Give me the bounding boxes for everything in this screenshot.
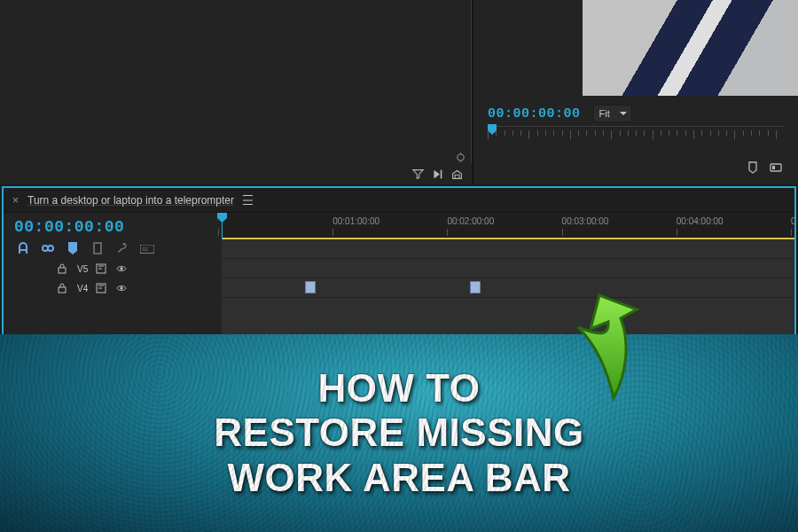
program-monitor-controls: 00:00:00:00 Fit [473,99,798,122]
timeline-panel: × Turn a desktop or laptop into a telepr… [2,186,796,338]
timeline-lane-stack [222,239,794,336]
source-monitor-footer [0,163,472,184]
track-label: V5 [77,264,88,274]
program-monitor-icons [473,161,798,174]
source-monitor-panel [0,0,473,184]
ruler-tick: 00:04:00:00 [677,216,724,226]
overlay-texture [0,334,798,532]
svg-rect-3 [772,166,775,169]
caption-track-icon[interactable]: cc [140,241,154,254]
wrench-icon[interactable] [115,241,129,254]
video-track-lane[interactable] [222,278,794,298]
timeline-settings-icon[interactable] [90,241,105,254]
program-monitor-viewer[interactable] [473,0,798,99]
settings-button-icon[interactable] [770,161,782,174]
ruler-tick: 00:03:00:00 [562,216,609,226]
clip-marker-icon[interactable] [470,281,481,293]
program-preview-thumbnail [583,0,798,96]
lock-icon[interactable] [57,263,69,274]
timeline-header-column: 00:00:00:00 cc V5 V4 [4,213,222,336]
marker-icon[interactable] [747,161,759,174]
link-indicator-icon [454,151,466,163]
clip-marker-icon[interactable] [305,281,316,293]
svg-rect-2 [771,164,781,171]
program-monitor-ruler[interactable] [488,126,784,149]
svg-rect-0 [440,169,442,178]
monitor-row: 00:00:00:00 Fit [0,0,798,184]
program-timecode[interactable]: 00:00:00:00 [488,106,581,121]
svg-text:cc: cc [142,246,148,253]
track-label: V4 [77,284,88,293]
ruler-tick: 00:01:00:00 [332,216,379,226]
snap-icon[interactable] [16,241,30,254]
timeline-timecode[interactable]: 00:00:00:00 [4,213,222,239]
ruler-tick: 00:05:00:00 [791,216,796,226]
add-marker-icon[interactable] [66,241,80,254]
track-header-row[interactable]: V4 [4,278,222,298]
export-frame-icon[interactable] [450,168,463,180]
eye-icon[interactable] [116,263,129,274]
filter-icon[interactable] [411,168,424,180]
timeline-body: 00:00:00:00 cc V5 V4 [4,213,794,336]
svg-point-13 [121,286,123,289]
thumbnail-overlay: HOW TO RESTORE MISSING WORK AREA BAR [0,334,798,532]
zoom-level-select[interactable]: Fit [593,105,632,122]
timeline-tracks-area[interactable]: 00:01:00:0000:02:00:0000:03:00:0000:04:0… [222,213,794,336]
panel-menu-icon[interactable] [243,195,253,205]
pointer-arrow-icon [560,283,667,407]
track-header-list: V5 V4 [4,259,222,298]
svg-rect-11 [59,287,66,293]
lock-icon[interactable] [57,283,69,293]
timeline-tool-row: cc [4,239,222,259]
track-fx-icon[interactable] [96,263,108,274]
linked-selection-icon[interactable] [41,241,55,254]
play-overwrite-icon[interactable] [431,168,443,180]
svg-point-10 [121,267,123,270]
program-ruler-ticks [488,130,784,143]
svg-rect-8 [59,268,66,273]
ruler-tick: 00:02:00:00 [447,216,494,226]
svg-point-5 [48,246,53,251]
source-monitor-viewer[interactable] [0,0,472,163]
video-track-lane[interactable] [222,239,794,259]
svg-point-1 [457,153,463,160]
program-monitor-panel: 00:00:00:00 Fit [473,0,798,184]
eye-icon[interactable] [116,283,129,293]
zoom-level-value: Fit [599,108,610,119]
track-header-row[interactable]: V5 [4,259,222,278]
close-tab-icon[interactable]: × [12,194,19,207]
track-fx-icon[interactable] [96,283,108,293]
sequence-tab[interactable]: Turn a desktop or laptop into a teleprom… [27,194,234,207]
timeline-ruler[interactable]: 00:01:00:0000:02:00:0000:03:00:0000:04:0… [222,213,794,239]
timeline-tab-bar: × Turn a desktop or laptop into a telepr… [4,188,794,213]
video-track-lane[interactable] [222,259,794,278]
